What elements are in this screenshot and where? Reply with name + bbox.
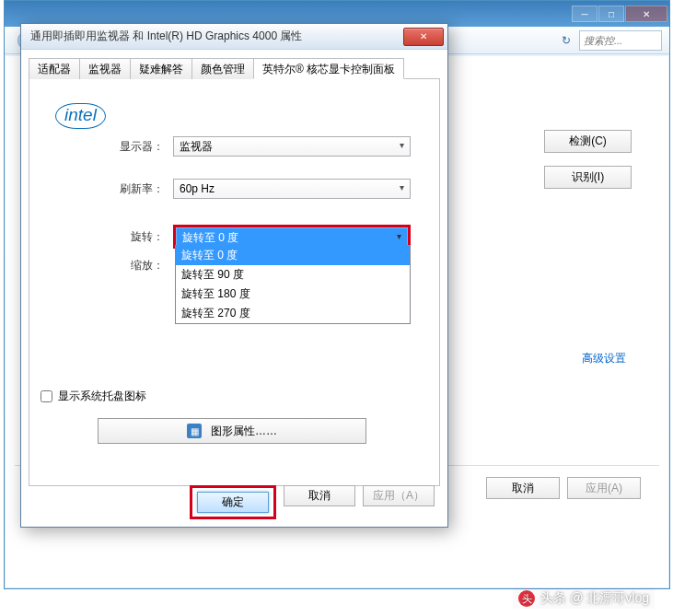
dialog-footer: 确定 取消 应用（A） xyxy=(21,485,447,519)
rotate-label: 旋转： xyxy=(118,229,164,245)
maximize-button[interactable]: □ xyxy=(598,6,624,22)
zoom-label: 缩放： xyxy=(118,258,164,273)
row-display: 显示器： 监视器 xyxy=(118,136,411,157)
refresh-label: 刷新率： xyxy=(118,181,164,197)
tab-color[interactable]: 颜色管理 xyxy=(191,58,254,79)
graphics-icon: ▦ xyxy=(187,424,202,438)
ok-button[interactable]: 确定 xyxy=(197,492,269,513)
row-refresh: 刷新率： 60p Hz xyxy=(118,179,411,199)
close-button[interactable]: ✕ xyxy=(625,6,667,22)
tabstrip: 适配器 监视器 疑难解答 颜色管理 英特尔® 核芯显卡控制面板 xyxy=(29,57,440,79)
intel-logo: intel xyxy=(55,103,106,129)
cancel-button[interactable]: 取消 xyxy=(284,485,355,506)
dialog-title: 通用即插即用监视器 和 Intel(R) HD Graphics 4000 属性 xyxy=(30,29,302,44)
rotate-option-90[interactable]: 旋转至 90 度 xyxy=(176,265,410,285)
rotate-option-0[interactable]: 旋转至 0 度 xyxy=(176,246,410,265)
apply-button: 应用（A） xyxy=(363,485,435,506)
graphics-properties-label: 图形属性…… xyxy=(211,424,277,439)
watermark: 头 头条 @ 北漂哥vlog xyxy=(513,588,655,609)
tab-troubleshoot[interactable]: 疑难解答 xyxy=(130,58,192,79)
rotate-option-180[interactable]: 旋转至 180 度 xyxy=(176,285,410,304)
tray-icon-checkbox-row[interactable]: 显示系统托盘图标 xyxy=(41,389,146,404)
dialog-titlebar: 通用即插即用监视器 和 Intel(R) HD Graphics 4000 属性… xyxy=(21,24,447,50)
advanced-settings-link[interactable]: 高级设置 xyxy=(582,351,626,366)
intel-tab-pane: intel 显示器： 监视器 刷新率： 60p Hz 旋转： 旋转至 0 度 缩… xyxy=(29,79,440,486)
watermark-icon: 头 xyxy=(518,590,535,607)
rotate-dropdown-list: 旋转至 0 度 旋转至 90 度 旋转至 180 度 旋转至 270 度 xyxy=(175,245,411,324)
display-properties-dialog: 通用即插即用监视器 和 Intel(R) HD Graphics 4000 属性… xyxy=(20,23,448,528)
display-combo[interactable]: 监视器 xyxy=(173,136,411,157)
display-label: 显示器： xyxy=(118,139,164,155)
rotate-option-270[interactable]: 旋转至 270 度 xyxy=(176,304,410,323)
parent-apply-button: 应用(A) xyxy=(567,477,641,499)
tab-intel-graphics[interactable]: 英特尔® 核芯显卡控制面板 xyxy=(253,58,404,79)
detect-button[interactable]: 检测(C) xyxy=(544,130,632,153)
parent-cancel-button[interactable]: 取消 xyxy=(486,477,560,499)
identify-button[interactable]: 识别(I) xyxy=(544,166,632,189)
tray-icon-label: 显示系统托盘图标 xyxy=(58,389,146,404)
tray-icon-checkbox[interactable] xyxy=(41,390,52,402)
row-zoom: 缩放： xyxy=(118,258,164,273)
tab-monitor[interactable]: 监视器 xyxy=(79,58,131,79)
minimize-button[interactable]: ─ xyxy=(572,6,598,22)
rotate-combo[interactable]: 旋转至 0 度 xyxy=(176,227,408,246)
dialog-close-button[interactable]: ✕ xyxy=(403,28,444,46)
refresh-icon[interactable]: ↻ xyxy=(559,33,574,48)
tab-adapter[interactable]: 适配器 xyxy=(29,58,80,79)
refresh-combo[interactable]: 60p Hz xyxy=(173,179,411,199)
ok-highlight-box: 确定 xyxy=(190,485,276,519)
search-input[interactable] xyxy=(579,30,662,51)
watermark-text: 头条 @ 北漂哥vlog xyxy=(540,590,649,607)
graphics-properties-button[interactable]: ▦ 图形属性…… xyxy=(98,418,366,444)
